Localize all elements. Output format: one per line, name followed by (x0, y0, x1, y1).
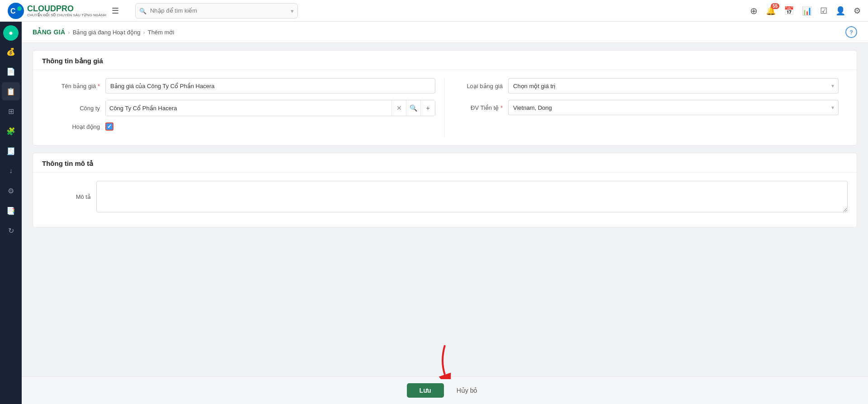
form-wrapper: Thông tin bảng giá Tên bảng giá * (22, 43, 868, 242)
input-ten-bang-gia[interactable] (105, 78, 435, 94)
sidebar-item-bill[interactable]: 🧾 (2, 142, 20, 160)
logo: C CLOUDPRO CHUYỂN ĐỔI SỐ CHUYÊN SÂU TỪNG… (7, 2, 106, 19)
help-icon: ? (849, 29, 853, 36)
download-icon: ↓ (9, 167, 13, 175)
search-cong-ty-button[interactable]: 🔍 (406, 100, 420, 116)
section2-title: Thông tin mô tả (33, 153, 857, 173)
label-ten-bang-gia: Tên bảng giá * (51, 83, 105, 89)
row-cong-ty: Công ty ✕ 🔍 + (51, 100, 435, 116)
topbar: C CLOUDPRO CHUYỂN ĐỔI SỐ CHUYÊN SÂU TỪNG… (0, 0, 868, 22)
search-icon: 🔍 (139, 7, 146, 14)
select-dv-tien-te[interactable]: Vietnam, Dong (508, 100, 839, 115)
sidebar-item-grid[interactable]: ⊞ (2, 102, 20, 120)
select-wrapper-loai: Chọn một giá trị ▾ (508, 78, 839, 94)
row-ten-bang-gia: Tên bảng giá * (51, 78, 435, 94)
label-mo-ta: Mô tả (42, 193, 96, 200)
label-cong-ty: Công ty (51, 105, 105, 112)
section-thong-tin-mo-ta: Thông tin mô tả Mô tả (33, 153, 857, 227)
add-icon[interactable]: ⊕ (750, 5, 758, 16)
label-loai-bang-gia: Loại bảng giá (454, 83, 508, 89)
home-icon: ● (9, 29, 13, 37)
form-col-right: Loại bảng giá Chọn một giá trị ▾ (445, 78, 848, 137)
logo-text: CLOUDPRO (27, 4, 74, 13)
checkbox-hoat-dong[interactable]: ✓ (105, 122, 113, 131)
plugin-icon: ⚙ (8, 187, 14, 195)
sidebar-item-doc1[interactable]: 📄 (2, 62, 20, 80)
logo-sub: CHUYỂN ĐỔI SỐ CHUYÊN SÂU TỪNG NGÀNH (27, 14, 106, 17)
search-input[interactable] (135, 3, 298, 19)
required-marker: * (98, 83, 100, 89)
sidebar-item-sync[interactable]: ↻ (2, 221, 20, 240)
row-dv-tien-te: ĐV Tiền tệ * Vietnam, Dong ▾ (454, 100, 839, 115)
input-group-cong-ty: ✕ 🔍 + (105, 100, 435, 116)
calendar-icon[interactable]: 📅 (784, 6, 794, 16)
search-dropdown-arrow[interactable]: ▾ (291, 7, 294, 14)
breadcrumb-sep2: › (143, 29, 145, 36)
save-button[interactable]: Lưu (407, 383, 444, 398)
checkmark-icon: ✓ (107, 123, 112, 130)
section2-body: Mô tả (33, 173, 857, 227)
help-button[interactable]: ? (845, 26, 857, 38)
sidebar-item-finance[interactable]: 💰 (2, 42, 20, 61)
sidebar-item-report[interactable]: 📑 (2, 202, 20, 220)
menu-icon[interactable]: ☰ (112, 6, 119, 16)
breadcrumb-sub[interactable]: Bảng giá đang Hoạt động (73, 29, 141, 36)
form-col-left: Tên bảng giá * Công ty ✕ (42, 78, 445, 137)
row-loai-bang-gia: Loại bảng giá Chọn một giá trị ▾ (454, 78, 839, 94)
label-dv-tien-te: ĐV Tiền tệ * (454, 104, 508, 111)
add-cong-ty-button[interactable]: + (420, 100, 435, 116)
sidebar-item-puzzle[interactable]: 🧩 (2, 122, 20, 140)
bell-icon[interactable]: 🔔 55 (766, 6, 776, 16)
form-grid: Tên bảng giá * Công ty ✕ (42, 78, 848, 137)
select-wrapper-tien-te: Vietnam, Dong ▾ (508, 100, 839, 115)
bill-icon: 🧾 (6, 147, 15, 155)
sidebar-item-pricelist[interactable]: 📋 (2, 82, 20, 100)
input-cong-ty[interactable] (106, 100, 392, 116)
sidebar-item-download[interactable]: ↓ (2, 162, 20, 180)
user-icon[interactable]: 👤 (835, 6, 845, 16)
breadcrumb-sep1: › (68, 29, 70, 36)
notification-badge: 55 (771, 3, 779, 9)
label-hoat-dong: Hoạt động (51, 123, 105, 130)
section1-body: Tên bảng giá * Công ty ✕ (33, 70, 857, 145)
grid-icon: ⊞ (8, 107, 14, 116)
select-loai-bang-gia[interactable]: Chọn một giá trị (508, 78, 839, 94)
textarea-mo-ta[interactable] (96, 181, 848, 212)
dollar-icon: 💰 (6, 47, 15, 56)
sync-icon: ↻ (8, 226, 14, 235)
section-thong-tin-bang-gia: Thông tin bảng giá Tên bảng giá * (33, 50, 857, 146)
svg-text:C: C (10, 7, 16, 15)
content-area: BẢNG GIÁ › Bảng giá đang Hoạt động › Thê… (22, 22, 868, 404)
logo-icon: C (7, 2, 24, 19)
row-mo-ta: Mô tả (42, 181, 848, 212)
breadcrumb: BẢNG GIÁ › Bảng giá đang Hoạt động › Thê… (22, 22, 868, 43)
search-container: 🔍 ▾ (135, 3, 298, 19)
svg-point-2 (17, 6, 22, 11)
cancel-button[interactable]: Hủy bỏ (451, 383, 483, 398)
sidebar-item-plugin[interactable]: ⚙ (2, 182, 20, 200)
required-marker-tien: * (500, 104, 503, 111)
sidebar: ● 💰 📄 📋 ⊞ 🧩 🧾 ↓ ⚙ 📑 ↻ (0, 22, 22, 404)
form-footer: Lưu Hủy bỏ (22, 376, 868, 404)
section1-title: Thông tin bảng giá (33, 51, 857, 70)
topbar-right: ⊕ 🔔 55 📅 📊 ☑ 👤 ⚙ (750, 5, 861, 16)
chart-icon[interactable]: 📊 (802, 6, 812, 16)
spacer (22, 242, 868, 376)
breadcrumb-main: BẢNG GIÁ (33, 28, 65, 36)
task-icon[interactable]: ☑ (820, 6, 827, 16)
pricelist-icon: 📋 (6, 87, 15, 96)
settings-icon[interactable]: ⚙ (854, 6, 861, 16)
document-icon: 📄 (6, 67, 15, 76)
report-icon: 📑 (6, 207, 15, 215)
sidebar-item-home[interactable]: ● (3, 25, 19, 41)
clear-cong-ty-button[interactable]: ✕ (392, 100, 406, 116)
row-hoat-dong: Hoạt động ✓ (51, 122, 435, 131)
puzzle-icon: 🧩 (6, 127, 15, 136)
breadcrumb-current: Thêm mới (148, 29, 175, 36)
main-layout: ● 💰 📄 📋 ⊞ 🧩 🧾 ↓ ⚙ 📑 ↻ (0, 22, 868, 404)
